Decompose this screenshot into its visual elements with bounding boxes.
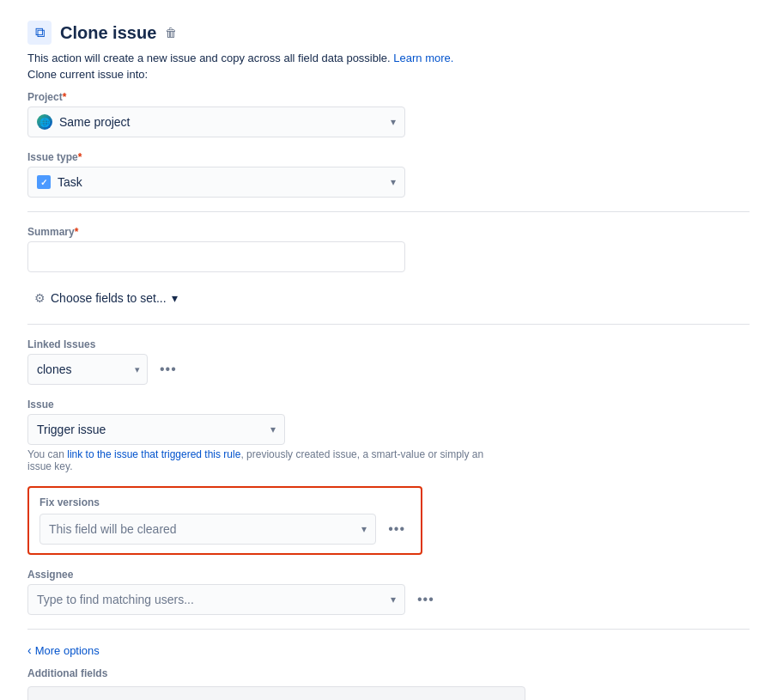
issue-select[interactable]: Trigger issue ▾ bbox=[27, 414, 285, 445]
page-title: Clone issue bbox=[60, 23, 156, 43]
divider-3 bbox=[27, 629, 750, 630]
more-options-toggle[interactable]: ‹ More options bbox=[27, 643, 100, 657]
summary-field-group: Summary* [ Porting To Winter20 {{issue.k… bbox=[27, 226, 750, 272]
linked-issues-type-select[interactable]: clones ▾ bbox=[27, 354, 148, 385]
issue-label: Issue bbox=[27, 399, 750, 411]
assignee-chevron-icon: ▾ bbox=[391, 593, 396, 606]
assignee-label: Assignee bbox=[27, 569, 750, 581]
divider-1 bbox=[27, 211, 750, 212]
link-to-issue-link[interactable]: link to the issue that triggered this ru… bbox=[67, 448, 240, 460]
issue-select-wrapper: Trigger issue ▾ bbox=[27, 414, 750, 445]
summary-input[interactable]: [ Porting To Winter20 {{issue.key}} ] {{… bbox=[27, 241, 405, 272]
additional-fields-label: Additional fields bbox=[27, 667, 750, 679]
code-block: { "fields": { "assignee": { "id": "{{iss… bbox=[27, 686, 525, 700]
choose-fields-chevron-icon: ▾ bbox=[172, 291, 178, 305]
clone-into-label: Clone current issue into: bbox=[27, 68, 750, 81]
more-options-chevron-icon: ‹ bbox=[27, 643, 32, 657]
project-label: Project* bbox=[27, 91, 750, 103]
linked-issues-type-wrapper: clones ▾ bbox=[27, 354, 148, 385]
fix-versions-chevron-icon: ▾ bbox=[361, 523, 367, 535]
smart-link-text: You can link to the issue that triggered… bbox=[27, 448, 491, 472]
description-text: This action will create a new issue and … bbox=[27, 52, 750, 64]
issue-type-field-group: Issue type* ✓ Task ▾ bbox=[27, 151, 750, 198]
linked-issues-row: clones ▾ ••• bbox=[27, 354, 750, 385]
fix-versions-select-wrapper: This field will be cleared ▾ bbox=[39, 514, 376, 545]
linked-issues-label: Linked Issues bbox=[27, 338, 750, 350]
issue-field-group: Issue Trigger issue ▾ You can link to th… bbox=[27, 399, 750, 472]
gear-icon: ⚙ bbox=[34, 291, 46, 305]
assignee-field-group: Assignee Type to find matching users... … bbox=[27, 569, 750, 615]
project-icon: 🌐 bbox=[37, 114, 52, 130]
project-field-group: Project* 🌐 Same project ▾ bbox=[27, 91, 750, 137]
fix-versions-select[interactable]: This field will be cleared ▾ bbox=[39, 514, 376, 545]
issue-type-label: Issue type* bbox=[27, 151, 750, 163]
divider-2 bbox=[27, 324, 750, 325]
linked-issues-chevron-icon: ▾ bbox=[135, 364, 140, 375]
fix-versions-label: Fix versions bbox=[39, 496, 410, 508]
choose-fields-button[interactable]: ⚙ Choose fields to set... ▾ bbox=[27, 286, 185, 310]
issue-type-select[interactable]: ✓ Task ▾ bbox=[27, 167, 405, 198]
task-icon: ✓ bbox=[37, 175, 51, 189]
page-header: ⧉ Clone issue 🗑 bbox=[27, 21, 750, 45]
trash-icon[interactable]: 🗑 bbox=[165, 26, 177, 40]
issue-type-chevron-icon: ▾ bbox=[391, 176, 396, 188]
assignee-field-row: Type to find matching users... ▾ ••• bbox=[27, 584, 750, 615]
clone-icon: ⧉ bbox=[27, 21, 52, 45]
project-chevron-icon: ▾ bbox=[391, 116, 396, 128]
project-select[interactable]: 🌐 Same project ▾ bbox=[27, 107, 405, 137]
assignee-input[interactable]: Type to find matching users... ▾ bbox=[27, 584, 405, 615]
learn-more-link[interactable]: Learn more. bbox=[393, 52, 453, 64]
fix-versions-row: This field will be cleared ▾ ••• bbox=[39, 514, 410, 545]
fix-versions-dots-button[interactable]: ••• bbox=[383, 518, 410, 540]
linked-issues-dots-button[interactable]: ••• bbox=[155, 358, 182, 380]
additional-fields-group: Additional fields { "fields": { "assigne… bbox=[27, 667, 750, 700]
fix-versions-container: Fix versions This field will be cleared … bbox=[27, 486, 422, 555]
linked-issues-field-group: Linked Issues clones ▾ ••• bbox=[27, 338, 750, 385]
issue-select-chevron-icon: ▾ bbox=[270, 423, 276, 435]
summary-label: Summary* bbox=[27, 226, 750, 238]
assignee-dots-button[interactable]: ••• bbox=[412, 588, 440, 611]
assignee-input-wrapper: Type to find matching users... ▾ bbox=[27, 584, 405, 615]
